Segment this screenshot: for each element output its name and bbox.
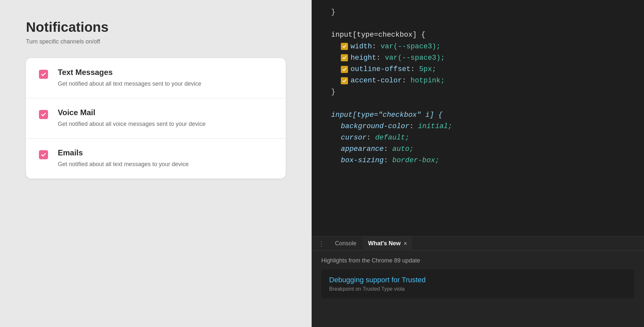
css-property: box-sizing	[341, 155, 384, 166]
code-line: width: var(--space3);	[331, 41, 625, 52]
tab-console[interactable]: Console	[328, 236, 363, 251]
code-line: background-color: initial;	[331, 121, 625, 132]
list-item: Emails Get notified about all text messa…	[26, 139, 286, 178]
code-line	[331, 18, 625, 29]
css-property: outline-offset	[351, 64, 411, 75]
notification-name: Voice Mail	[58, 108, 273, 117]
notification-desc: Get notified about all text messages sen…	[58, 79, 273, 88]
css-property: appearance	[341, 143, 384, 155]
css-selector-italic: input[type="checkbox" i] {	[331, 109, 442, 121]
close-icon[interactable]: ×	[404, 241, 407, 247]
css-value: auto;	[392, 143, 414, 155]
code-line: outline-offset: 5px;	[331, 64, 625, 75]
code-brace: }	[331, 86, 335, 98]
devtools-checkbox-icon	[341, 77, 348, 84]
whats-new-card-title: Debugging support for Trusted	[329, 276, 626, 284]
code-selector-line: input[type=checkbox] {	[331, 29, 625, 41]
notification-desc: Get notified about all voice messages se…	[58, 120, 273, 128]
list-item: Voice Mail Get notified about all voice …	[26, 98, 286, 139]
css-value: default;	[375, 132, 410, 143]
devtools-checkbox-icon	[341, 43, 348, 50]
notifications-panel: Notifications Turn specific channels on/…	[0, 0, 312, 327]
css-value: initial;	[418, 121, 452, 132]
code-line: appearance: auto;	[331, 143, 625, 155]
page-subtitle: Turn specific channels on/off	[26, 38, 286, 45]
checkbox-voice-mail[interactable]	[39, 110, 48, 119]
code-line: accent-color: hotpink;	[331, 75, 625, 86]
code-line: }	[331, 86, 625, 98]
notification-name: Emails	[58, 148, 273, 157]
css-selector: input[type=checkbox] {	[331, 29, 425, 41]
css-value: hotpink;	[411, 75, 445, 86]
devtools-panel: } input[type=checkbox] { width: var(--sp…	[312, 0, 644, 327]
devtools-tab-bar: ⋮ Console What's New ×	[312, 236, 644, 251]
notification-name: Text Messages	[58, 68, 273, 77]
notification-desc: Get notified about all text messages to …	[58, 160, 273, 169]
code-line: box-sizing: border-box;	[331, 155, 625, 166]
whats-new-card-subtitle: Breakpoint on Trusted Type viola	[329, 286, 626, 292]
css-value: border-box;	[392, 155, 439, 166]
css-property: background-color	[341, 121, 409, 132]
list-item: Text Messages Get notified about all tex…	[26, 58, 286, 98]
css-property: cursor	[341, 132, 366, 143]
checkbox-emails[interactable]	[39, 150, 48, 159]
more-tabs-icon[interactable]: ⋮	[315, 240, 328, 248]
tab-whats-new-label: What's New	[368, 240, 401, 247]
code-selector-line: input[type="checkbox" i] {	[331, 109, 625, 121]
css-value: var(--space3);	[380, 41, 440, 52]
notification-text-messages-content: Text Messages Get notified about all tex…	[58, 68, 273, 88]
devtools-checkbox-icon	[341, 54, 348, 61]
code-brace: }	[331, 6, 335, 18]
code-line	[331, 98, 625, 109]
css-value: 5px;	[419, 64, 436, 75]
css-property: height	[351, 52, 376, 64]
whats-new-content: Highlights from the Chrome 89 update Deb…	[312, 251, 644, 327]
notification-voice-mail-content: Voice Mail Get notified about all voice …	[58, 108, 273, 128]
whats-new-highlights-text: Highlights from the Chrome 89 update	[321, 257, 634, 264]
devtools-bottom-panel: ⋮ Console What's New × Highlights from t…	[312, 236, 644, 327]
css-property: accent-color	[351, 75, 402, 86]
page-title: Notifications	[26, 19, 286, 35]
code-line: height: var(--space3);	[331, 52, 625, 64]
notification-card: Text Messages Get notified about all tex…	[26, 58, 286, 178]
css-property: width	[351, 41, 372, 52]
notification-emails-content: Emails Get notified about all text messa…	[58, 148, 273, 169]
whats-new-card: Debugging support for Trusted Breakpoint…	[321, 269, 634, 298]
code-line: }	[331, 6, 625, 18]
css-value: var(--space3);	[385, 52, 445, 64]
devtools-checkbox-icon	[341, 66, 348, 73]
code-editor: } input[type=checkbox] { width: var(--sp…	[312, 0, 644, 236]
code-line: cursor: default;	[331, 132, 625, 143]
tab-whats-new[interactable]: What's New ×	[363, 236, 412, 251]
checkbox-text-messages[interactable]	[39, 70, 48, 79]
